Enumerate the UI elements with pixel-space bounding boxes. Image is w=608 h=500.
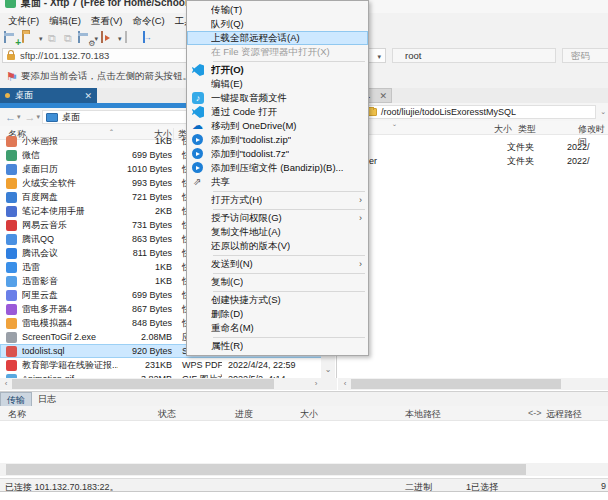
remote-path-input[interactable]: /root/liujie/todoLisExoresstMySQL bbox=[362, 105, 596, 119]
context-menu-item[interactable]: 打开方式(H) › bbox=[187, 193, 368, 207]
menu-bar-item[interactable]: 文件(F) bbox=[3, 13, 44, 30]
transfer-horizontal-scrollbar[interactable] bbox=[0, 463, 608, 476]
tab-close-icon[interactable]: ✕ bbox=[84, 91, 92, 101]
file-size: 699 Bytes bbox=[118, 150, 172, 160]
context-menu-item[interactable]: 通过 Code 打开 › bbox=[187, 105, 368, 119]
folder-dropdown-icon[interactable]: ▾ bbox=[39, 35, 43, 43]
context-menu-item[interactable]: 复制文件地址(A) › bbox=[187, 225, 368, 239]
context-menu-item[interactable]: 添加到压缩文件 (Bandizip)(B)... › bbox=[187, 161, 368, 175]
context-menu-item[interactable]: 重命名(M) › bbox=[187, 321, 368, 335]
tab-desktop[interactable]: 桌面 ✕ bbox=[0, 88, 97, 103]
scroll-down-icon[interactable]: ⌄ bbox=[321, 364, 335, 377]
file-row[interactable]: 教育部学籍在线验证报... 231KB WPS PDF ... 2022/4/2… bbox=[0, 358, 322, 372]
execute-dropdown-icon[interactable]: ▾ bbox=[118, 35, 122, 43]
context-menu-item[interactable]: 传输(T) › bbox=[187, 3, 368, 17]
new-session-icon[interactable] bbox=[4, 32, 19, 45]
file-name: ScreenToGif 2.exe bbox=[22, 332, 118, 342]
scroll-right-icon[interactable]: › bbox=[310, 378, 322, 390]
tab-close-icon[interactable]: ✕ bbox=[379, 91, 387, 101]
status-bar: 已连接 101.132.70.183:22。 二进制 1已选择 9 bbox=[0, 478, 608, 492]
thunder-player-icon bbox=[6, 276, 17, 287]
scroll-left-icon[interactable]: ‹ bbox=[0, 378, 12, 390]
context-menu-item[interactable]: 编辑(E) › bbox=[187, 77, 368, 91]
remote-file-row[interactable]: 文件夹 2022/ bbox=[338, 140, 608, 154]
forward-dropdown-icon[interactable]: ▾ bbox=[37, 113, 41, 121]
menu-item-label: 创建快捷方式(S) bbox=[211, 294, 281, 307]
column-name[interactable]: 名称 bbox=[8, 408, 26, 421]
remote-file-row[interactable]: er 文件夹 2022/ bbox=[338, 154, 608, 168]
context-menu-item[interactable]: 上载全部远程会话(A) › bbox=[187, 31, 368, 45]
menu-item-label: 重命名(M) bbox=[211, 322, 254, 335]
context-menu-item[interactable]: 打开(O) › bbox=[187, 63, 368, 77]
back-icon[interactable]: ← bbox=[5, 110, 16, 124]
transfer-mode: 二进制 bbox=[405, 481, 432, 494]
back-dropdown-icon[interactable]: ▾ bbox=[17, 113, 21, 121]
desktop-calendar-icon bbox=[6, 164, 17, 175]
context-menu-item[interactable]: 还原以前的版本(V) › bbox=[187, 239, 368, 253]
session-properties-icon[interactable] bbox=[78, 32, 93, 45]
column-size[interactable]: 大小 bbox=[478, 123, 512, 136]
connection-status: 已连接 101.132.70.183:22。 bbox=[5, 481, 119, 494]
share-icon bbox=[191, 176, 207, 188]
sql-file-icon bbox=[6, 346, 17, 357]
baidu-netdisk-icon bbox=[6, 192, 17, 203]
context-menu-item[interactable]: 属性(R) › bbox=[187, 339, 368, 353]
tab-transfer[interactable]: 传输 bbox=[0, 392, 32, 406]
tab-label: 桌面 bbox=[15, 89, 33, 102]
password-input[interactable]: 密码 bbox=[562, 48, 608, 63]
context-menu-item[interactable]: 在 File 资源管理器中打开(X) › bbox=[187, 45, 368, 59]
context-menu-item[interactable]: 添加到"todolist.7z" › bbox=[187, 147, 368, 161]
file-size: 731 Bytes bbox=[118, 220, 172, 230]
local-horizontal-scrollbar[interactable]: ‹ › bbox=[0, 378, 337, 390]
menu-item-label: 授予访问权限(G) bbox=[211, 212, 282, 225]
file-type: 文件夹 bbox=[507, 155, 567, 168]
forward-icon[interactable]: → bbox=[25, 110, 36, 124]
remote-path-dropdown-icon[interactable]: ⌄ bbox=[600, 108, 606, 116]
column-type[interactable]: 类型 bbox=[518, 123, 536, 136]
context-menu-item[interactable]: 授予访问权限(G) › bbox=[187, 211, 368, 225]
scroll-left-icon[interactable]: ‹ bbox=[339, 378, 351, 390]
context-menu-item[interactable]: 复制(C) › bbox=[187, 275, 368, 289]
file-name: 教育部学籍在线验证报... bbox=[22, 359, 118, 372]
export-document-icon[interactable] bbox=[143, 32, 158, 45]
file-size: 231KB bbox=[118, 360, 172, 370]
column-remote-path[interactable]: 远程路径 bbox=[546, 408, 582, 421]
tencent-qq-icon bbox=[6, 234, 17, 245]
remote-horizontal-scrollbar[interactable]: ‹ bbox=[338, 378, 608, 390]
column-progress[interactable]: 进度 bbox=[235, 408, 253, 421]
context-menu-item[interactable]: 发送到(N) › bbox=[187, 257, 368, 271]
scrollbar-thumb[interactable] bbox=[6, 464, 526, 475]
username-input[interactable]: root bbox=[392, 48, 556, 63]
scrollbar-thumb[interactable] bbox=[12, 379, 274, 389]
menu-bar-item[interactable]: 编辑(E) bbox=[44, 13, 86, 30]
file-size: 867 Bytes bbox=[118, 304, 172, 314]
menu-bar-item[interactable]: 查看(V) bbox=[86, 13, 128, 30]
column-local-path[interactable]: 本地路径 bbox=[405, 408, 441, 421]
menu-item-label: 共享 bbox=[211, 176, 230, 189]
file-type: WPS PDF ... bbox=[172, 360, 222, 370]
context-menu-item[interactable]: 移动到 OneDrive(M) › bbox=[187, 119, 368, 133]
remote-list-header: ˇ 大小 类型 修改时间 bbox=[338, 121, 608, 135]
address-dropdown-icon[interactable]: ▾ bbox=[377, 53, 381, 61]
context-menu-item[interactable]: 共享 › bbox=[187, 175, 368, 189]
file-name: todolist.sql bbox=[22, 346, 118, 356]
context-menu-item[interactable]: 删除(D) › bbox=[187, 307, 368, 321]
column-status[interactable]: 状态 bbox=[158, 408, 176, 421]
transfer-panel: 传输 日志 名称 状态 进度 大小 本地路径 <-> 远程路径 bbox=[0, 391, 608, 478]
file-name: 桌面日历 bbox=[22, 163, 118, 176]
open-folder-icon[interactable] bbox=[22, 32, 37, 45]
context-menu-item[interactable]: 队列(Q) › bbox=[187, 17, 368, 31]
scrollbar-thumb[interactable] bbox=[351, 379, 561, 389]
huorong-security-icon bbox=[6, 178, 17, 189]
column-direction[interactable]: <-> bbox=[528, 408, 542, 418]
context-menu-item[interactable]: 添加到"todolist.zip" › bbox=[187, 133, 368, 147]
selection-size: 9 bbox=[601, 481, 606, 491]
menu-bar-item[interactable]: 命令(C) bbox=[127, 13, 169, 30]
column-size[interactable]: 大小 bbox=[296, 408, 318, 421]
context-menu-item[interactable]: 一键提取音频文件 › bbox=[187, 91, 368, 105]
context-menu-item[interactable]: 创建快捷方式(S) › bbox=[187, 293, 368, 307]
menu-item-label: 复制文件地址(A) bbox=[211, 226, 281, 239]
vscode-icon bbox=[191, 64, 207, 76]
execute-icon[interactable] bbox=[101, 32, 116, 45]
tab-log[interactable]: 日志 bbox=[32, 392, 62, 406]
